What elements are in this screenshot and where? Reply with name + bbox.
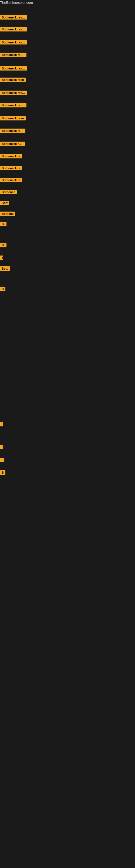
badge-label: B	[0, 255, 3, 260]
badge-label: Bottleneck re	[0, 178, 22, 182]
badge-label: Bott	[0, 201, 9, 205]
bottleneck-result-badge[interactable]: Bottlenec	[0, 190, 17, 195]
badge-label: Bottleneck resu	[0, 142, 25, 146]
bottleneck-result-badge[interactable]: Bottleneck resu	[0, 78, 26, 83]
badge-label: Bottleneck resu	[0, 78, 26, 82]
badge-label: I	[0, 458, 4, 462]
bottleneck-result-badge[interactable]: Bottleneck result	[0, 15, 27, 21]
bottleneck-result-badge[interactable]: I	[0, 458, 4, 463]
bottleneck-result-badge[interactable]: B	[0, 470, 5, 476]
bottleneck-result-badge[interactable]: Bottleneck result	[0, 103, 27, 108]
bottleneck-result-badge[interactable]: Bottleneck re	[0, 166, 22, 172]
badge-label: I	[0, 445, 3, 449]
bottleneck-result-badge[interactable]: Bo	[0, 222, 6, 227]
badge-label: Bottleneck result	[0, 40, 27, 44]
badge-label: Bottleneck resu	[0, 116, 26, 120]
badge-label: Bottleneck result	[0, 53, 27, 57]
site-header: TheBottlenecker.com	[0, 0, 135, 5]
bottleneck-result-badge[interactable]: Bottleneck resu	[0, 142, 25, 147]
bottleneck-result-badge[interactable]: Bott	[0, 201, 9, 206]
bottleneck-result-badge[interactable]: Bottleneck result	[0, 91, 27, 96]
badge-label: Bottlene	[0, 212, 15, 216]
bottleneck-result-badge[interactable]: B	[0, 255, 3, 261]
bottleneck-result-badge[interactable]: Bottleneck resu	[0, 129, 26, 134]
bottleneck-result-badge[interactable]: Bottleneck re	[0, 178, 22, 183]
bottleneck-result-badge[interactable]: Bottleneck resu	[0, 116, 26, 122]
badge-label: Bo	[0, 243, 6, 247]
bottleneck-result-badge[interactable]: B	[0, 287, 5, 292]
badge-label: Bottleneck result	[0, 15, 27, 20]
badge-label: Bottl	[0, 267, 10, 271]
bottleneck-result-badge[interactable]: Bottleneck result	[0, 40, 27, 45]
bottleneck-result-badge[interactable]: Bottleneck result	[0, 27, 27, 33]
badge-label: Bottleneck re	[0, 154, 22, 158]
bottleneck-result-badge[interactable]: Bottl	[0, 267, 10, 272]
badge-label: B	[0, 470, 5, 475]
badge-label: Bottleneck re	[0, 166, 22, 170]
bottleneck-result-badge[interactable]: I	[0, 445, 3, 450]
badge-label: B	[0, 287, 5, 291]
badge-label: Bo	[0, 222, 6, 226]
bottleneck-result-badge[interactable]: Bo	[0, 243, 6, 248]
badge-label: Bottleneck result	[0, 103, 27, 107]
badge-label: Bottleneck resu	[0, 129, 26, 133]
badge-label: Bottlenec	[0, 190, 17, 194]
badge-label: Bottleneck result	[0, 27, 27, 31]
bottleneck-result-badge[interactable]: Bottleneck result	[0, 66, 27, 72]
bottleneck-result-badge[interactable]: I	[0, 422, 3, 428]
badge-label: Bottleneck result	[0, 66, 27, 70]
bottleneck-result-badge[interactable]: Bottleneck result	[0, 53, 27, 58]
bottleneck-result-badge[interactable]: Bottlene	[0, 212, 15, 217]
bottleneck-result-badge[interactable]: Bottleneck re	[0, 154, 22, 159]
badge-label: Bottleneck result	[0, 91, 27, 95]
badge-label: I	[0, 422, 3, 426]
